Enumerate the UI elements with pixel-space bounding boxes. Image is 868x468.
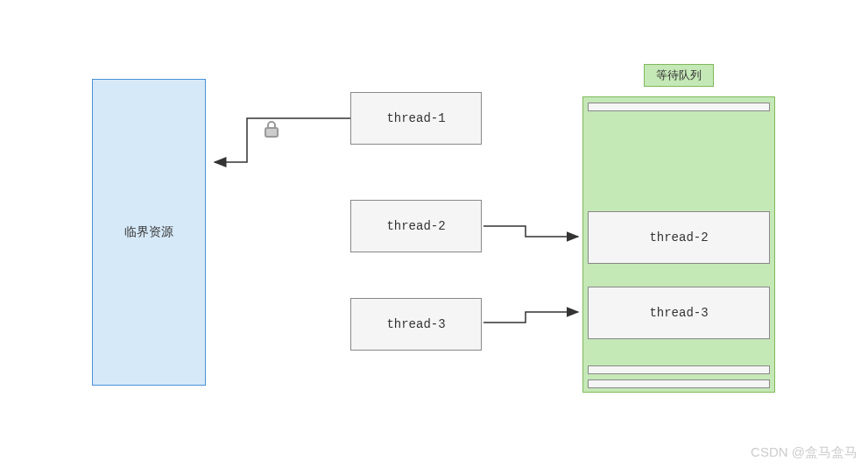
queue-slot-empty-bottom-2 — [588, 379, 770, 388]
queue-slot-empty-bottom-1 — [588, 365, 770, 374]
queue-slot-empty-top — [588, 103, 770, 111]
wait-queue-title: 等待队列 — [644, 64, 714, 87]
watermark-label: CSDN @盒马盒马 — [751, 444, 857, 459]
queue-slot-3-label: thread-3 — [649, 306, 708, 320]
thread-3-label: thread-3 — [386, 317, 445, 331]
queue-slot-thread-3: thread-3 — [588, 287, 770, 339]
svg-rect-0 — [265, 128, 278, 137]
thread-2-box: thread-2 — [350, 200, 482, 252]
thread-1-box: thread-1 — [350, 92, 482, 145]
wait-queue-title-label: 等待队列 — [656, 67, 702, 83]
watermark-text: CSDN @盒马盒马 — [751, 444, 857, 461]
critical-resource-box: 临界资源 — [92, 79, 206, 386]
thread-3-box: thread-3 — [350, 298, 482, 351]
wait-queue-container: thread-2 thread-3 — [582, 96, 775, 393]
critical-resource-label: 临界资源 — [124, 224, 173, 240]
lock-icon — [261, 118, 282, 139]
queue-slot-2-label: thread-2 — [649, 230, 708, 245]
thread-1-label: thread-1 — [386, 111, 445, 125]
queue-slot-thread-2: thread-2 — [588, 211, 770, 264]
thread-2-label: thread-2 — [386, 219, 445, 233]
